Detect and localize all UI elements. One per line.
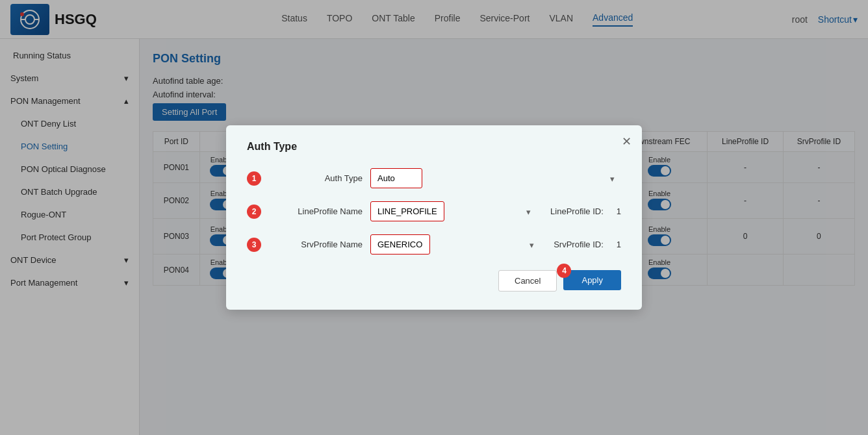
step-1-badge: 1 [247, 171, 261, 186]
apply-wrapper: 4 Apply [563, 270, 621, 292]
step-3-badge: 3 [247, 238, 261, 252]
form-row-line-profile: 2 LineProfile Name LINE_PROFILE LineProf… [247, 201, 621, 221]
line-profile-id-label: LineProfile ID: [550, 206, 604, 216]
srv-profile-id-value: 1 [617, 240, 621, 249]
step-2-badge: 2 [247, 205, 261, 219]
auth-type-select[interactable]: Auto Manual Password [370, 168, 422, 188]
modal-close-button[interactable]: ✕ [622, 136, 632, 147]
auth-type-modal: Auth Type ✕ 1 Auth Type Auto Manual Pass… [226, 125, 642, 310]
apply-button[interactable]: Apply [563, 270, 621, 290]
cancel-button[interactable]: Cancel [498, 270, 557, 292]
line-profile-select[interactable]: LINE_PROFILE [370, 201, 444, 221]
auth-type-label: Auth Type [272, 173, 363, 183]
srv-profile-select[interactable]: GENERICO [370, 234, 430, 255]
auth-type-select-wrapper: Auto Manual Password [370, 168, 621, 188]
srv-profile-id-label: SrvProfile ID: [554, 240, 604, 249]
srv-profile-select-wrapper: GENERICO [370, 234, 541, 255]
line-profile-label: LineProfile Name [272, 206, 363, 216]
modal-overlay: Auth Type ✕ 1 Auth Type Auto Manual Pass… [0, 0, 868, 435]
modal-title: Auth Type [247, 141, 621, 153]
line-profile-id-value: 1 [617, 206, 621, 216]
modal-footer: Cancel 4 Apply [247, 270, 621, 292]
line-profile-select-wrapper: LINE_PROFILE [370, 201, 537, 221]
srv-profile-label: SrvProfile Name [272, 240, 363, 249]
form-row-srv-profile: 3 SrvProfile Name GENERICO SrvProfile ID… [247, 234, 621, 255]
form-row-auth-type: 1 Auth Type Auto Manual Password [247, 168, 621, 188]
